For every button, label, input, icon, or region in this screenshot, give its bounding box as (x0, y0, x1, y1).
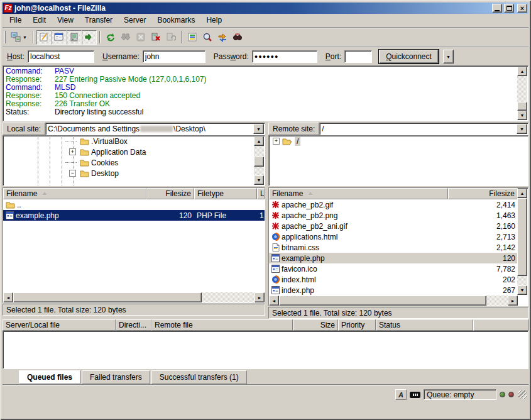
tree-item[interactable]: .VirtualBox (3, 136, 265, 146)
disconnect-button[interactable] (148, 30, 163, 45)
speedlimit-icon[interactable] (410, 392, 420, 398)
table-row[interactable]: .. (3, 199, 265, 210)
menu-bookmarks[interactable]: Bookmarks (151, 14, 200, 26)
scroll-thumb[interactable] (13, 292, 202, 302)
toggle-remote-tree-button[interactable] (67, 30, 82, 45)
scroll-down-button[interactable]: ▼ (517, 111, 527, 120)
scroll-track[interactable] (517, 276, 527, 285)
toggle-local-tree-button[interactable] (52, 30, 67, 45)
scroll-track[interactable] (254, 146, 264, 157)
scroll-track[interactable] (517, 76, 527, 102)
menu-file[interactable]: File (4, 14, 27, 26)
scroll-right-button[interactable]: ► (255, 292, 265, 302)
remote-vscrollbar[interactable]: ▲ ▼ (517, 189, 527, 295)
maximize-button[interactable] (504, 4, 514, 13)
column-header-priority[interactable]: Priority (338, 319, 376, 331)
table-row[interactable]: example.php120PHP File1 (3, 210, 265, 221)
table-row[interactable]: example.php120 (269, 253, 518, 263)
filter-button[interactable] (185, 30, 200, 45)
table-row[interactable]: apache_pb2.gif2,414 (269, 199, 518, 210)
compare-button[interactable] (200, 30, 215, 45)
column-header-status[interactable]: Status (376, 319, 473, 331)
expand-icon[interactable]: + (273, 138, 280, 145)
column-header-filename[interactable]: Filename (3, 188, 146, 199)
scroll-thumb[interactable] (254, 157, 264, 167)
expand-icon[interactable]: + (69, 148, 76, 155)
scroll-up-button[interactable]: ▲ (254, 136, 264, 146)
resize-grip[interactable] (518, 390, 527, 399)
local-hscrollbar[interactable]: ◄ ► (3, 292, 265, 302)
column-header-directi-[interactable]: Directi... (116, 319, 151, 331)
column-header-server-local-file[interactable]: Server/Local file (3, 319, 116, 331)
scroll-up-button[interactable]: ▲ (517, 189, 527, 198)
combo-dropdown-button[interactable]: ▼ (253, 124, 264, 134)
combo-dropdown-button[interactable]: ▼ (517, 124, 527, 134)
sync-browsing-button[interactable] (215, 30, 230, 45)
scroll-track[interactable] (486, 296, 508, 306)
cancel-button[interactable] (133, 30, 148, 45)
column-header-filesize[interactable]: Filesize (146, 188, 194, 199)
scroll-up-button[interactable]: ▲ (517, 67, 527, 76)
scroll-left-button[interactable]: ◄ (269, 296, 279, 306)
table-row[interactable]: index.html202 (269, 274, 518, 285)
find-files-button[interactable] (230, 30, 245, 45)
scroll-right-button[interactable]: ► (508, 296, 518, 306)
tree-item[interactable]: +Application Data (3, 146, 265, 157)
scroll-down-button[interactable]: ▼ (254, 175, 264, 185)
local-tree-scrollbar[interactable]: ▲ ▼ (254, 136, 264, 185)
column-header-filesize[interactable]: Filesize (448, 188, 518, 199)
refresh-button[interactable] (103, 30, 118, 45)
minimize-button[interactable] (492, 4, 502, 13)
table-row[interactable]: favicon.ico7,782 (269, 263, 518, 274)
ascii-datatype-icon[interactable]: A (395, 389, 407, 400)
local-site-combo[interactable]: C:\Documents and Settings\Desktop\ ▼ (45, 123, 265, 135)
remote-hscrollbar[interactable]: ◄ ► (269, 296, 518, 306)
scroll-thumb[interactable] (279, 296, 486, 306)
toggle-queue-button[interactable] (82, 30, 97, 45)
tree-item[interactable]: +/ (269, 136, 528, 146)
close-button[interactable]: × (517, 4, 527, 13)
host-input[interactable] (28, 50, 94, 63)
site-manager-button[interactable]: ▼ (8, 30, 30, 45)
column-header-l[interactable]: L (257, 188, 265, 199)
process-queue-button[interactable] (118, 30, 133, 45)
quickconnect-button[interactable]: Quickconnect (379, 50, 439, 64)
log-scrollbar[interactable]: ▲ ▼ (517, 67, 527, 120)
username-input[interactable] (143, 50, 205, 63)
collapse-icon[interactable]: − (69, 170, 76, 177)
table-row[interactable]: applications.html2,713 (269, 231, 518, 242)
password-input[interactable] (252, 50, 317, 63)
menu-transfer[interactable]: Transfer (79, 14, 118, 26)
table-row[interactable]: apache_pb2.png1,463 (269, 210, 518, 221)
scroll-thumb[interactable] (517, 102, 527, 111)
scroll-down-button[interactable]: ▼ (517, 285, 527, 295)
column-header-filetype[interactable]: Filetype (194, 188, 257, 199)
refresh-icon (106, 32, 116, 42)
quickconnect-dropdown-button[interactable]: ▼ (443, 50, 454, 64)
tab-failed-transfers[interactable]: Failed transfers (82, 370, 150, 384)
remote-site-combo[interactable]: / ▼ (319, 123, 528, 135)
column-header-filename[interactable]: Filename (269, 188, 448, 199)
tab-queued-files[interactable]: Queued files (19, 370, 80, 384)
tree-item[interactable]: −Desktop (3, 168, 265, 179)
menu-help[interactable]: Help (200, 14, 227, 26)
table-row[interactable]: apache_pb2_ani.gif2,160 (269, 221, 518, 231)
scroll-thumb[interactable] (517, 198, 527, 276)
scroll-left-button[interactable]: ◄ (3, 292, 13, 302)
column-header-empty[interactable] (473, 319, 528, 331)
menu-server[interactable]: Server (118, 14, 151, 26)
table-row[interactable]: bitnami.css2,142 (269, 242, 518, 253)
column-header-size[interactable]: Size (293, 319, 338, 331)
table-row[interactable]: index.php267 (269, 285, 518, 296)
scroll-track[interactable] (202, 292, 255, 302)
menu-edit[interactable]: Edit (27, 14, 52, 26)
toggle-message-log-button[interactable] (36, 30, 52, 45)
port-input[interactable] (344, 50, 372, 63)
reconnect-button[interactable] (163, 30, 178, 45)
menu-view[interactable]: View (52, 14, 79, 26)
column-header-remote-file[interactable]: Remote file (151, 319, 293, 331)
tree-item[interactable]: Cookies (3, 157, 265, 168)
toolbar-grip[interactable] (4, 31, 6, 43)
scroll-track[interactable] (254, 167, 264, 175)
tab-successful-transfers-1-[interactable]: Successful transfers (1) (151, 370, 247, 384)
